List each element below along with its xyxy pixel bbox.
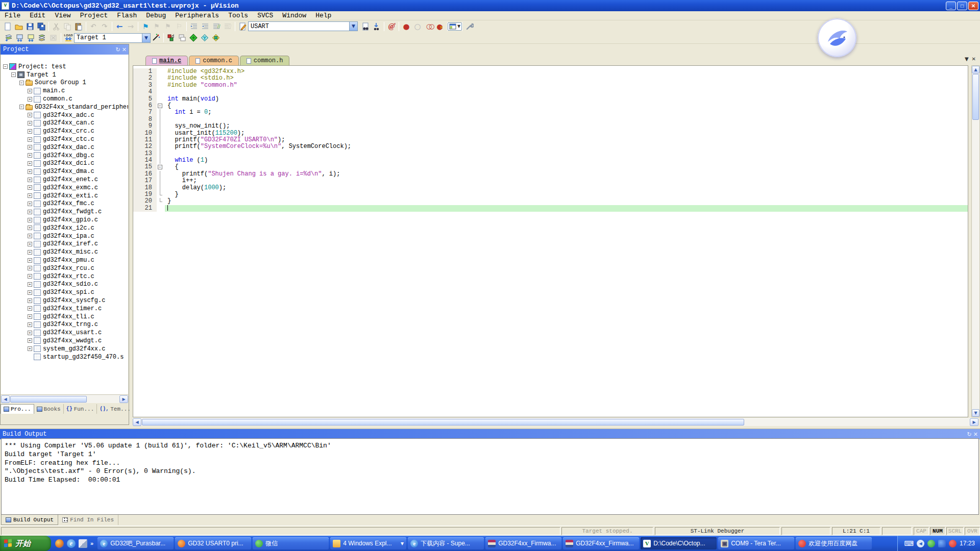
tree-item[interactable]: +system_gd32f4xx.c <box>1 345 128 353</box>
close-button[interactable]: ✕ <box>968 2 978 10</box>
uncomment-icon[interactable]: // <box>222 21 233 32</box>
task-button[interactable]: VD:\Code\C\Octop... <box>641 537 717 549</box>
task-button[interactable]: ▣COM9 - Tera Ter... <box>718 537 794 549</box>
code-line-10[interactable]: 10 usart_init(115200); <box>133 130 968 137</box>
bookmark-toggle-icon[interactable]: ⚑ <box>140 21 151 32</box>
code-line-11[interactable]: 11 printf("GD32F470ZI USART0\n"); <box>133 137 968 143</box>
tree-item[interactable]: +gd32f4xx_pmu.c <box>1 256 128 264</box>
tree-item[interactable]: +gd32f4xx_exti.c <box>1 192 128 200</box>
expand-icon[interactable]: + <box>28 193 32 198</box>
expand-icon[interactable]: + <box>28 210 32 214</box>
expand-icon[interactable]: + <box>28 89 32 93</box>
menu-peripherals[interactable]: Peripherals <box>170 11 224 20</box>
batch-build-icon[interactable] <box>37 33 48 43</box>
editor-hscrollbar[interactable]: ◀ ▶ <box>133 418 978 426</box>
editor-tab-main.c[interactable]: main.c <box>145 56 188 65</box>
expand-icon[interactable]: + <box>28 97 32 102</box>
breakpoint-disable-icon[interactable]: ○○ <box>423 21 434 32</box>
tree-item[interactable]: +gd32f4xx_tli.c <box>1 313 128 321</box>
search-combobox[interactable]: USART▼ <box>248 21 358 31</box>
chevron-down-icon[interactable]: ▾ <box>401 540 404 547</box>
tree-item[interactable]: +gd32f4xx_i2c.c <box>1 224 128 232</box>
menu-window[interactable]: Window <box>278 11 311 20</box>
editor-tab-common.c[interactable]: common.c <box>189 56 239 65</box>
menu-edit[interactable]: Edit <box>25 11 50 20</box>
code-line-6[interactable]: 6−{ <box>133 103 968 109</box>
tree-item[interactable]: +gd32f4xx_exmc.c <box>1 184 128 192</box>
tree-item[interactable]: +main.c <box>1 87 128 95</box>
tree-item[interactable]: +gd32f4xx_dci.c <box>1 160 128 168</box>
incremental-find-icon[interactable] <box>371 21 382 32</box>
tree-item[interactable]: +gd32f4xx_misc.c <box>1 248 128 256</box>
expand-icon[interactable]: + <box>28 258 32 263</box>
new-file-icon[interactable] <box>2 21 13 32</box>
minimize-button[interactable]: _ <box>946 2 956 10</box>
task-button[interactable]: 欢迎使用百度网盘 <box>796 537 872 549</box>
tree-item[interactable]: +gd32f4xx_adc.c <box>1 111 128 119</box>
expand-icon[interactable]: + <box>28 113 32 117</box>
tree-item[interactable]: +gd32f4xx_can.c <box>1 119 128 128</box>
editor-vscrollbar[interactable]: ▲ ▼ <box>971 65 980 417</box>
menu-file[interactable]: File <box>0 11 25 20</box>
code-line-1[interactable]: 1#include <gd32f4xx.h> <box>133 68 968 75</box>
fold-marker[interactable]: − <box>157 103 165 109</box>
expand-icon[interactable]: + <box>28 250 32 255</box>
panel-tab-pro[interactable]: Pro... <box>1 404 34 414</box>
tray-collapse-icon[interactable]: ◀ <box>917 540 924 547</box>
expand-icon[interactable]: + <box>28 338 32 343</box>
quick-launch-overflow-icon[interactable]: » <box>90 540 93 546</box>
tree-item[interactable]: +gd32f4xx_enet.c <box>1 176 128 184</box>
tree-item[interactable]: +gd32f4xx_fwdgt.c <box>1 208 128 216</box>
stop-build-icon[interactable] <box>48 33 59 43</box>
scroll-thumb[interactable] <box>142 419 744 425</box>
collapse-icon[interactable]: − <box>19 81 24 85</box>
expand-icon[interactable]: + <box>28 322 32 327</box>
task-button[interactable]: GD32 USART0 pri... <box>175 537 251 549</box>
tree-item[interactable]: +gd32f4xx_timer.c <box>1 305 128 313</box>
panel-tab-fun[interactable]: {}Fun... <box>64 404 97 414</box>
code-line-20[interactable]: 20} <box>133 198 968 205</box>
tree-item[interactable]: +gd32f4xx_dac.c <box>1 143 128 152</box>
download-load-icon[interactable]: LOAD <box>63 33 74 43</box>
tree-item[interactable]: +gd32f4xx_spi.c <box>1 288 128 296</box>
undo-icon[interactable]: ↶ <box>88 21 99 32</box>
tree-item[interactable]: +gd32f4xx_ipa.c <box>1 232 128 240</box>
tree-item[interactable]: +gd32f4xx_sdio.c <box>1 281 128 289</box>
tab-close-icon[interactable]: ✕ <box>972 56 976 62</box>
panel-tab-tem[interactable]: (),Tem... <box>97 404 134 414</box>
task-button[interactable]: GD32F4xx_Firmwa... <box>563 537 639 549</box>
tree-item[interactable]: −Source Group 1 <box>1 79 128 87</box>
task-button[interactable]: eGD32吧_Purasbar... <box>97 537 174 549</box>
tree-item[interactable]: startup_gd32f450_470.s <box>1 353 128 361</box>
tree-item[interactable]: +gd32f4xx_trng.c <box>1 321 128 329</box>
expand-icon[interactable]: + <box>28 202 32 206</box>
expand-icon[interactable]: + <box>28 185 32 190</box>
code-editor[interactable]: 1#include <gd32f4xx.h>2#include <stdio.h… <box>133 65 968 417</box>
expand-icon[interactable]: + <box>28 282 32 287</box>
expand-icon[interactable]: + <box>28 145 32 149</box>
rebuild-icon[interactable] <box>26 33 37 43</box>
tray-wechat-icon[interactable] <box>927 540 935 547</box>
tree-item[interactable]: +gd32f4xx_gpio.c <box>1 216 128 224</box>
code-line-17[interactable]: 17 i++; <box>133 178 968 184</box>
code-line-12[interactable]: 12 printf("SystemCoreClock=%u\n", System… <box>133 143 968 150</box>
find-at-icon[interactable]: @̽ <box>386 21 397 32</box>
tree-item[interactable]: +common.c <box>1 95 128 103</box>
translate-icon[interactable] <box>3 33 14 43</box>
find-edit-icon[interactable] <box>237 21 248 32</box>
fold-marker[interactable]: − <box>157 164 165 170</box>
breakpoint-none-icon[interactable]: ○ <box>412 21 423 32</box>
tree-item[interactable]: −GD32F4xx_standard_peripheral <box>1 103 128 111</box>
tray-network-icon[interactable] <box>938 540 946 547</box>
tab-list-dropdown-icon[interactable]: ▼ <box>965 56 969 62</box>
expand-icon[interactable]: + <box>28 290 32 295</box>
panel-pin-icon[interactable]: ↻ <box>967 431 972 438</box>
expand-icon[interactable]: + <box>28 242 32 246</box>
collapse-icon[interactable]: − <box>3 64 8 69</box>
menu-tools[interactable]: Tools <box>224 11 253 20</box>
code-line-21[interactable]: 21 <box>133 205 968 212</box>
project-tree-hscrollbar[interactable]: ◀ ▶ <box>1 394 128 403</box>
tree-item[interactable]: +gd32f4xx_dma.c <box>1 167 128 176</box>
bookmark-prev-icon[interactable]: ⚑ <box>151 21 162 32</box>
menu-view[interactable]: View <box>50 11 75 20</box>
